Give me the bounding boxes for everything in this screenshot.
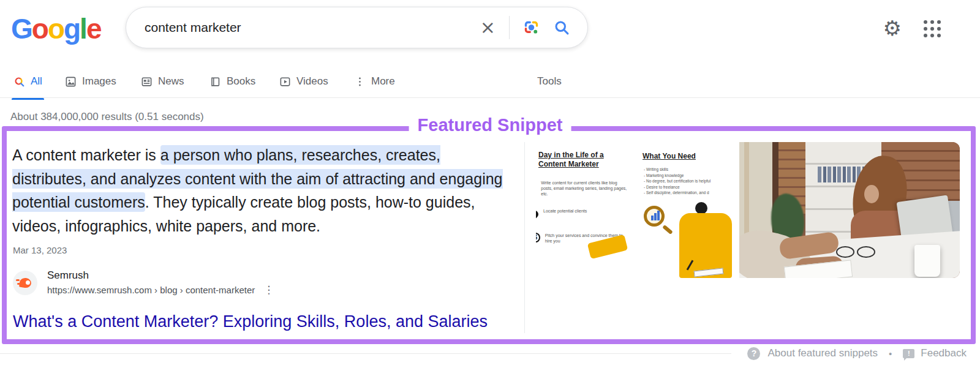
tab-books[interactable]: Books (209, 71, 255, 92)
snippet-text-plain: A content marketer is (12, 146, 160, 163)
news-icon (141, 76, 153, 88)
videos-icon (279, 76, 291, 88)
photo-woman-face (864, 185, 879, 203)
logo-letter: g (64, 13, 80, 45)
books-icon (209, 76, 221, 88)
office-photo-thumbnail[interactable] (739, 142, 960, 278)
infographic-step: Write content for current clients like b… (536, 180, 629, 197)
semrush-favicon (13, 271, 37, 295)
google-serp-page: Google × ⚙ (0, 0, 980, 368)
snippet-footer: ? About featured snippets • ! Feedback (0, 345, 967, 361)
snippet-date: Mar 13, 2023 (13, 245, 67, 255)
google-logo[interactable]: Google (11, 12, 100, 45)
feedback-icon[interactable]: ! (903, 349, 914, 358)
search-bar[interactable]: × (126, 7, 588, 48)
google-lens-icon[interactable] (523, 20, 540, 36)
logo-letter: e (86, 13, 101, 45)
about-featured-snippets-link[interactable]: About featured snippets (767, 347, 878, 359)
column-divider (524, 142, 525, 333)
tab-videos[interactable]: Videos (279, 71, 328, 92)
search-input[interactable] (126, 20, 480, 35)
tab-label: Books (227, 75, 255, 88)
footer-divider (0, 353, 731, 354)
source-site-name: Semrush (47, 269, 274, 282)
search-bar-divider (509, 16, 510, 39)
search-submit-icon[interactable] (553, 19, 570, 36)
results-stats: About 384,000,000 results (0.51 seconds) (10, 111, 204, 123)
infographic-needs-list: Writing skills Marketing knowledge No de… (644, 167, 736, 196)
logo-letter: o (32, 13, 48, 45)
all-search-icon (13, 76, 25, 88)
search-tabs-bar: All Images News Book (0, 65, 980, 98)
tab-label: Images (82, 75, 116, 88)
google-apps-icon[interactable] (924, 20, 941, 37)
infographic-needs-heading: What You Need (643, 152, 696, 160)
result-source-row[interactable]: Semrush https://www.semrush.com › blog ›… (13, 269, 274, 296)
photo-mug (914, 245, 940, 277)
settings-gear-icon[interactable]: ⚙ (883, 16, 902, 40)
result-options-icon[interactable]: ⋮ (263, 284, 274, 296)
tab-label: News (158, 75, 184, 88)
tab-label: Videos (296, 75, 328, 88)
tools-label: Tools (537, 75, 562, 88)
tab-all[interactable]: All (13, 71, 42, 92)
infographic-heading: Day in the Life of a Content Marketer (538, 151, 630, 169)
logo-letter: G (11, 13, 32, 45)
infographic-thumbnail[interactable]: Day in the Life of a Content Marketer Wr… (536, 142, 737, 278)
logo-letter: l (80, 13, 86, 45)
logo-letter: o (48, 13, 64, 45)
infographic-step: Locate potential clients (536, 208, 629, 218)
tab-label: More (371, 75, 395, 88)
snippet-thumbnails: Day in the Life of a Content Marketer Wr… (536, 142, 960, 278)
tab-images[interactable]: Images (65, 71, 116, 92)
featured-snippet-label: Featured Snippet (409, 115, 571, 135)
tab-news[interactable]: News (141, 71, 184, 92)
result-title-link[interactable]: What's a Content Marketer? Exploring Ski… (13, 312, 488, 331)
location-pin-icon (536, 209, 540, 220)
tab-more[interactable]: More (354, 71, 395, 92)
help-question-icon[interactable]: ? (747, 347, 760, 360)
images-icon (65, 76, 77, 88)
tab-label: All (31, 75, 42, 88)
clear-search-icon[interactable]: × (480, 18, 496, 37)
feedback-link[interactable]: Feedback (921, 347, 967, 359)
photo-glasses (831, 245, 888, 257)
featured-snippet-box: A content marketer is a person who plans… (2, 126, 976, 344)
tools-button[interactable]: Tools (537, 71, 562, 92)
pencil-icon (536, 184, 537, 189)
more-dots-icon (354, 76, 366, 88)
footer-separator: • (889, 348, 892, 359)
snippet-text: A content marketer is a person who plans… (12, 143, 513, 238)
source-breadcrumb-url: https://www.semrush.com › blog › content… (47, 285, 255, 295)
dollar-icon: $ (536, 233, 540, 242)
infographic-illustration (636, 201, 737, 278)
